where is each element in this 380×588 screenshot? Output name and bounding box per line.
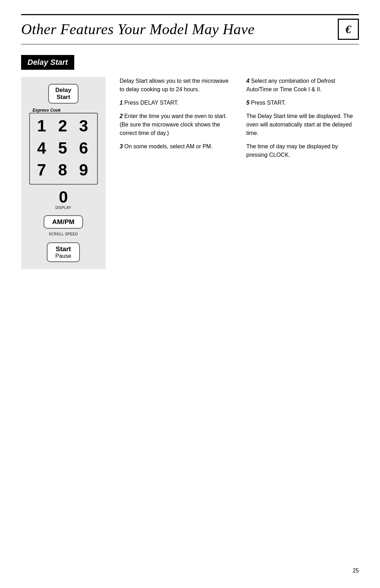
step-3-text: On some models, select AM or PM. bbox=[124, 143, 213, 149]
page-header: Other Features Your Model May Have € bbox=[21, 14, 359, 44]
section-header-bg: Delay Start bbox=[21, 55, 74, 70]
express-cook-area: Express Cook 1 2 3 4 5 6 7 8 9 bbox=[29, 108, 98, 185]
step-4-text: Select any combination of Defrost Auto/T… bbox=[246, 78, 335, 92]
instructions-area: Delay Start allows you to set the microw… bbox=[120, 77, 359, 164]
express-cook-label: Express Cook bbox=[29, 108, 98, 113]
delay-start-line2: Start bbox=[55, 94, 71, 101]
section-title: Delay Start bbox=[27, 58, 68, 67]
step-2: 2 Enter the time you want the oven to st… bbox=[120, 112, 232, 137]
key-7[interactable]: 7 bbox=[31, 159, 52, 181]
section-header-bar: Delay Start bbox=[21, 55, 359, 77]
ampm-text: AM/PM bbox=[52, 218, 74, 225]
delay-start-line1: Delay bbox=[55, 87, 71, 94]
key-1[interactable]: 1 bbox=[31, 115, 52, 137]
scroll-speed-label: Scroll Speed bbox=[49, 232, 78, 236]
page-title: Other Features Your Model May Have bbox=[21, 21, 255, 38]
step-4: 4 Select any combination of Defrost Auto… bbox=[246, 77, 359, 94]
step-2-num: 2 bbox=[120, 113, 123, 119]
step-2-text: Enter the time you want the oven to star… bbox=[120, 113, 227, 136]
key-3[interactable]: 3 bbox=[73, 115, 94, 137]
note2: The time of day may be displayed by pres… bbox=[246, 142, 359, 159]
key-6[interactable]: 6 bbox=[73, 137, 94, 159]
key-0[interactable]: 0 bbox=[59, 188, 68, 206]
key-5[interactable]: 5 bbox=[52, 137, 73, 159]
number-grid-wrapper: 1 2 3 4 5 6 7 8 9 bbox=[29, 113, 98, 185]
header-icon-symbol: € bbox=[346, 23, 351, 36]
step-5-num: 5 bbox=[246, 100, 249, 106]
key-8[interactable]: 8 bbox=[52, 159, 73, 181]
step-3-num: 3 bbox=[120, 143, 123, 149]
step-1-num: 1 bbox=[120, 100, 123, 106]
instructions-col1: Delay Start allows you to set the microw… bbox=[120, 77, 232, 156]
step-1-text: Press DELAY START. bbox=[124, 100, 178, 106]
key-4[interactable]: 4 bbox=[31, 137, 52, 159]
intro-text: Delay Start allows you to set the microw… bbox=[120, 77, 232, 94]
instructions-col2: 4 Select any combination of Defrost Auto… bbox=[246, 77, 359, 164]
pause-text: Pause bbox=[55, 253, 71, 259]
note1: The Delay Start time will be displayed. … bbox=[246, 112, 359, 137]
step-5: 5 Press START. bbox=[246, 99, 359, 107]
step-1: 1 Press DELAY START. bbox=[120, 99, 232, 107]
zero-row: 0 Display bbox=[56, 188, 71, 210]
key-9[interactable]: 9 bbox=[73, 159, 94, 181]
step-5-text: Press START. bbox=[251, 100, 286, 106]
content-area: Delay Start Express Cook 1 2 3 4 5 6 7 8… bbox=[21, 77, 359, 269]
start-text: Start bbox=[55, 245, 71, 253]
ampm-button[interactable]: AM/PM bbox=[44, 215, 83, 229]
number-grid: 1 2 3 4 5 6 7 8 9 bbox=[31, 115, 94, 181]
start-pause-button[interactable]: Start Pause bbox=[47, 242, 80, 262]
header-icon: € bbox=[338, 19, 359, 40]
keypad-panel: Delay Start Express Cook 1 2 3 4 5 6 7 8… bbox=[21, 77, 106, 269]
key-2[interactable]: 2 bbox=[52, 115, 73, 137]
step-3: 3 On some models, select AM or PM. bbox=[120, 142, 232, 151]
step-4-num: 4 bbox=[246, 78, 249, 84]
page-number: 25 bbox=[353, 568, 359, 574]
delay-start-button[interactable]: Delay Start bbox=[48, 84, 78, 104]
display-label: Display bbox=[56, 206, 71, 210]
